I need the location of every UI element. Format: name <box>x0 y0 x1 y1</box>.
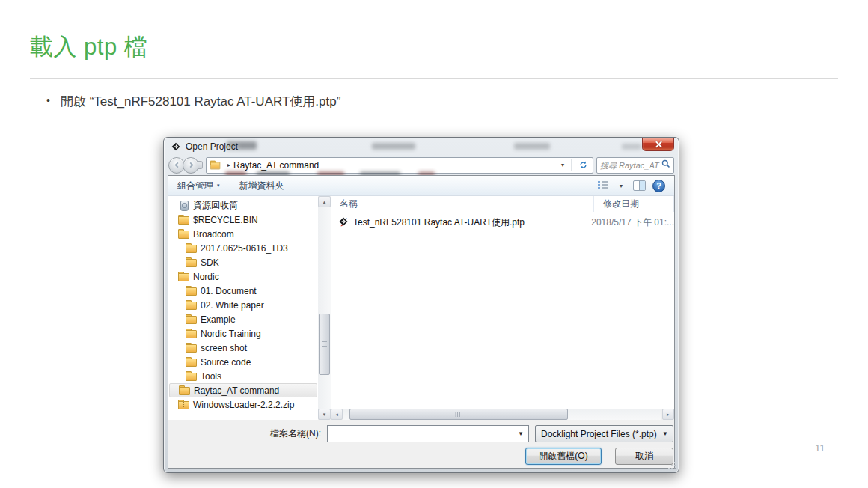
tree-item-sdk[interactable]: SDK <box>169 255 317 269</box>
tree-item-source-code[interactable]: Source code <box>169 355 317 369</box>
page-number: 11 <box>815 442 825 454</box>
folder-icon <box>186 329 197 338</box>
explorer-main: 資源回收筒 $RECYCLE.BIN Broadcom 2017.0625-06… <box>168 196 674 420</box>
button-row: 開啟舊檔(O) 取消 <box>170 448 673 465</box>
filename-dropdown-icon[interactable]: ▼ <box>513 430 528 437</box>
tree-item-example[interactable]: Example <box>169 312 317 326</box>
resize-grip[interactable] <box>669 463 676 470</box>
hscrollbar-thumb[interactable] <box>349 409 568 420</box>
views-icon <box>597 180 609 189</box>
dialog-client-area: 組合管理 ▾ 新增資料夾 ▾ ? <box>168 175 675 469</box>
dialog-titlebar[interactable]: Open Project <box>164 138 679 155</box>
file-name: Test_nRF528101 Raytac AT-UART使用.ptp <box>353 216 525 229</box>
back-arrow-icon <box>173 161 181 169</box>
address-dropdown-icon[interactable]: ▾ <box>557 162 568 168</box>
file-list-pane: 名稱 修改日期 <box>331 196 674 420</box>
docklight-app-icon <box>171 141 181 152</box>
tree-item-02-white-paper[interactable]: 02. White paper <box>169 298 317 312</box>
tree-item-recycle-bin-folder[interactable]: $RECYCLE.BIN <box>169 213 317 227</box>
search-box[interactable] <box>596 157 674 174</box>
tree-scrollbar-thumb[interactable] <box>319 314 330 375</box>
new-folder-button[interactable]: 新增資料夾 <box>239 180 284 192</box>
folder-icon <box>186 286 197 296</box>
column-header-date[interactable]: 修改日期 <box>594 196 674 212</box>
search-icon <box>661 159 670 171</box>
close-icon <box>654 140 662 148</box>
breadcrumb-arrow-icon: ▸ <box>227 162 230 168</box>
organize-menu-button[interactable]: 組合管理 ▾ <box>177 180 220 192</box>
breadcrumb-location[interactable]: Raytac_AT command <box>233 160 319 171</box>
search-input[interactable] <box>600 161 661 170</box>
nav-buttons <box>168 157 203 174</box>
dialog-footer: 檔案名稱(N): ▼ Docklight Project Files (*.pt… <box>168 420 674 468</box>
folder-icon <box>186 343 197 353</box>
column-header-name[interactable]: 名稱 <box>331 196 594 212</box>
tree-scrollbar[interactable]: ▲ ▼ <box>318 196 331 420</box>
tree-item-windowsloader-zip[interactable]: WindowsLoader-2.2.2.zip <box>169 397 317 412</box>
forward-arrow-icon <box>187 161 195 169</box>
zip-folder-icon <box>178 400 189 409</box>
tree-scrollbar-track[interactable] <box>318 207 331 409</box>
tree-item-nordic[interactable]: Nordic <box>169 269 317 284</box>
folder-icon <box>186 371 197 381</box>
nav-dropdown-tail[interactable] <box>198 161 203 169</box>
folder-icon <box>178 215 189 225</box>
file-name-cell: Test_nRF528101 Raytac AT-UART使用.ptp <box>331 216 582 229</box>
folder-icon <box>186 300 197 310</box>
scroll-down-icon[interactable]: ▼ <box>318 409 331 420</box>
hscrollbar-track[interactable] <box>343 409 661 420</box>
help-button[interactable]: ? <box>652 180 665 192</box>
filename-input[interactable] <box>328 429 513 439</box>
scroll-right-icon[interactable]: ► <box>662 409 674 420</box>
folder-icon <box>186 357 197 367</box>
folder-icon <box>178 272 189 281</box>
command-toolbar: 組合管理 ▾ 新增資料夾 ▾ ? <box>168 176 674 196</box>
title-divider <box>30 78 838 79</box>
open-button[interactable]: 開啟舊檔(O) <box>525 448 602 465</box>
dialog-title: Open Project <box>186 141 238 152</box>
folder-icon <box>186 257 197 267</box>
tree-item-2017-td3[interactable]: 2017.0625-0616_TD3 <box>169 241 317 255</box>
filetype-dropdown-icon[interactable]: ▼ <box>658 430 673 437</box>
column-headers: 名稱 修改日期 <box>331 196 674 212</box>
breadcrumb-divider <box>571 159 572 171</box>
filename-label: 檔案名稱(N): <box>170 427 327 440</box>
ptp-file-icon <box>338 216 349 229</box>
file-date: 2018/5/17 下午 01:... <box>582 216 674 229</box>
recycle-bin-icon <box>178 201 189 210</box>
refresh-button[interactable] <box>575 160 591 170</box>
scroll-left-icon[interactable]: ◄ <box>331 409 343 420</box>
folder-icon <box>178 229 189 239</box>
tree-item-nordic-training[interactable]: Nordic Training <box>169 326 317 341</box>
organize-label: 組合管理 <box>177 180 213 192</box>
tree-item-tools[interactable]: Tools <box>169 369 317 383</box>
tree-item-01-document[interactable]: 01. Document <box>169 284 317 298</box>
tree-item-broadcom[interactable]: Broadcom <box>169 227 317 241</box>
folder-icon <box>210 161 221 170</box>
preview-pane-button[interactable] <box>633 180 646 191</box>
filetype-value: Docklight Project Files (*.ptp) <box>541 429 658 439</box>
folder-tree: 資源回收筒 $RECYCLE.BIN Broadcom 2017.0625-06… <box>168 196 318 420</box>
open-project-dialog: Open Project ▸ Raytac_AT command ▾ <box>163 137 679 473</box>
tree-item-screen-shot[interactable]: screen shot <box>169 341 317 355</box>
filetype-combobox[interactable]: Docklight Project Files (*.ptp) ▼ <box>535 425 673 442</box>
bullet-line: • 開啟 “Test_nRF528101 Raytac AT-UART使用.pt… <box>46 93 340 110</box>
views-button[interactable] <box>597 180 609 192</box>
file-list-empty-area <box>331 231 674 409</box>
bullet-text: 開啟 “Test_nRF528101 Raytac AT-UART使用.ptp” <box>61 93 340 110</box>
folder-icon <box>179 385 190 395</box>
filename-combobox[interactable]: ▼ <box>327 425 529 442</box>
tree-item-raytac-at-command[interactable]: Raytac_AT command <box>169 383 317 397</box>
forward-button[interactable] <box>183 157 199 174</box>
bullet-marker: • <box>46 94 50 106</box>
views-dropdown-icon[interactable]: ▾ <box>616 183 626 189</box>
close-button[interactable] <box>642 138 674 151</box>
new-folder-label: 新增資料夾 <box>239 180 284 192</box>
file-list-hscrollbar[interactable]: ◄ ► <box>331 409 674 420</box>
scroll-up-icon[interactable]: ▲ <box>318 196 331 207</box>
page-title: 載入 ptp 檔 <box>30 31 147 63</box>
file-row[interactable]: Test_nRF528101 Raytac AT-UART使用.ptp 2018… <box>331 215 674 231</box>
folder-icon <box>186 243 197 253</box>
cancel-button[interactable]: 取消 <box>615 448 673 465</box>
tree-item-recycle-bin[interactable]: 資源回收筒 <box>169 198 317 213</box>
